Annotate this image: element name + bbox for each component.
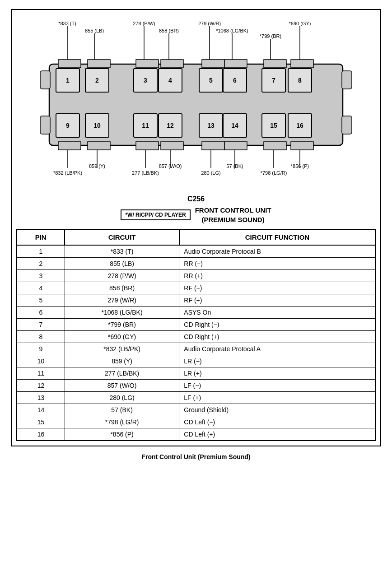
pin1-label: 1 [66, 77, 70, 84]
cell-circuit: *833 (T) [65, 245, 179, 258]
cell-function: LR (+) [179, 367, 375, 380]
pin8-label: 8 [298, 77, 302, 84]
label-857wo: 857 (W/O) [159, 163, 182, 169]
footer-caption: Front Control Unit (Premium Sound) [141, 453, 250, 460]
main-container: *833 (T) 278 (P/W) 279 (W/R) *690 (GY) 8… [11, 9, 381, 446]
table-row: 1457 (BK)Ground (Shield) [17, 404, 375, 416]
svg-rect-50 [40, 116, 50, 134]
cell-circuit: *799 (BR) [65, 319, 179, 331]
pin2-label: 2 [95, 77, 99, 84]
cell-function: ASYS On [179, 307, 375, 319]
connector-id: C256 [16, 195, 376, 203]
col-header-function: CIRCUIT FUNCTION [179, 229, 375, 245]
cell-circuit: 855 (LB) [65, 258, 179, 270]
label-833t: *833 (T) [58, 21, 76, 26]
connector-diagram: *833 (T) 278 (P/W) 279 (W/R) *690 (GY) 8… [24, 19, 368, 181]
svg-rect-25 [58, 142, 81, 150]
label-798lgr: *798 (LG/R) [261, 170, 287, 176]
cell-function: CD Right (+) [179, 331, 375, 343]
cell-function: CD Right (−) [179, 319, 375, 331]
cell-circuit: *856 (P) [65, 428, 179, 441]
title-row: *W/ RICPP/ CD PLAYER FRONT CONTROL UNIT … [16, 205, 376, 224]
label-280lg: 280 (LG) [201, 170, 220, 176]
cell-pin: 13 [17, 392, 65, 404]
cell-pin: 8 [17, 331, 65, 343]
label-279wr: 279 (W/R) [198, 21, 221, 26]
cell-function: LF (−) [179, 380, 375, 392]
table-row: 2855 (LB)RR (−) [17, 258, 375, 270]
cell-pin: 5 [17, 294, 65, 307]
table-row: 3278 (P/W)RR (+) [17, 270, 375, 282]
svg-rect-12 [161, 60, 183, 68]
svg-rect-49 [40, 71, 50, 89]
pin7-label: 7 [272, 77, 275, 84]
diagram-area: *833 (T) 278 (P/W) 279 (W/R) *690 (GY) 8… [16, 14, 376, 190]
cell-function: Audio Corporate Protocal B [179, 245, 375, 258]
svg-rect-51 [342, 71, 352, 89]
cell-pin: 11 [17, 367, 65, 380]
cell-pin: 10 [17, 355, 65, 367]
cell-pin: 15 [17, 416, 65, 428]
label-1068lgbk: *1068 (LG/BK) [216, 28, 248, 33]
cell-pin: 16 [17, 428, 65, 441]
svg-rect-31 [264, 142, 286, 150]
svg-rect-26 [88, 142, 110, 150]
cell-circuit: 858 (BR) [65, 282, 179, 294]
pin16-label: 16 [296, 122, 303, 129]
cell-function: CD Left (−) [179, 416, 375, 428]
cell-circuit: *798 (LG/R) [65, 416, 179, 428]
pin15-label: 15 [270, 122, 277, 129]
label-859y: 859 (Y) [89, 163, 105, 169]
col-header-circuit: CIRCUIT [65, 229, 179, 245]
svg-rect-16 [291, 60, 313, 68]
cell-function: Ground (Shield) [179, 404, 375, 416]
cell-circuit: 280 (LG) [65, 392, 179, 404]
cell-pin: 6 [17, 307, 65, 319]
cell-pin: 7 [17, 319, 65, 331]
cell-circuit: *1068 (LG/BK) [65, 307, 179, 319]
cell-function: RF (−) [179, 282, 375, 294]
table-row: 15*798 (LG/R)CD Left (−) [17, 416, 375, 428]
cell-pin: 14 [17, 404, 65, 416]
cell-circuit: 859 (Y) [65, 355, 179, 367]
table-row: 10859 (Y)LR (−) [17, 355, 375, 367]
svg-rect-10 [88, 60, 110, 68]
pin12-label: 12 [167, 122, 174, 129]
svg-rect-52 [342, 116, 352, 134]
svg-rect-32 [291, 142, 313, 150]
pin-table: PIN CIRCUIT CIRCUIT FUNCTION 1*833 (T)Au… [16, 229, 376, 441]
pin5-label: 5 [209, 77, 213, 84]
label-277lbbk: 277 (LB/BK) [132, 170, 159, 176]
cell-pin: 4 [17, 282, 65, 294]
svg-rect-28 [161, 142, 183, 150]
pin6-label: 6 [233, 77, 237, 84]
note-badge: *W/ RICPP/ CD PLAYER [121, 209, 190, 220]
label-832lbpk: *832 (LB/PK) [53, 170, 82, 176]
table-row: 7*799 (BR)CD Right (−) [17, 319, 375, 331]
cell-function: CD Left (+) [179, 428, 375, 441]
cell-pin: 12 [17, 380, 65, 392]
cell-pin: 3 [17, 270, 65, 282]
table-row: 9*832 (LB/PK)Audio Corporate Protocal A [17, 343, 375, 355]
svg-rect-30 [224, 142, 247, 150]
label-278pw: 278 (P/W) [133, 21, 155, 26]
cell-function: LR (−) [179, 355, 375, 367]
pin10-label: 10 [93, 122, 101, 129]
table-row: 12857 (W/O)LF (−) [17, 380, 375, 392]
table-row: 11277 (LB/BK)LR (+) [17, 367, 375, 380]
svg-rect-13 [202, 60, 224, 68]
cell-function: Audio Corporate Protocal A [179, 343, 375, 355]
label-856p: *856 (P) [291, 163, 309, 169]
cell-circuit: 277 (LB/BK) [65, 367, 179, 380]
label-690gy: *690 (GY) [289, 21, 311, 26]
cell-function: RF (+) [179, 294, 375, 307]
title-section: C256 *W/ RICPP/ CD PLAYER FRONT CONTROL … [16, 195, 376, 224]
cell-pin: 1 [17, 245, 65, 258]
pin4-label: 4 [168, 77, 172, 84]
table-row: 13280 (LG)LF (+) [17, 392, 375, 404]
cell-circuit: 857 (W/O) [65, 380, 179, 392]
cell-function: LF (+) [179, 392, 375, 404]
label-799br: *799 (BR) [260, 33, 281, 39]
pin14-label: 14 [231, 122, 238, 129]
pin13-label: 13 [207, 122, 215, 129]
